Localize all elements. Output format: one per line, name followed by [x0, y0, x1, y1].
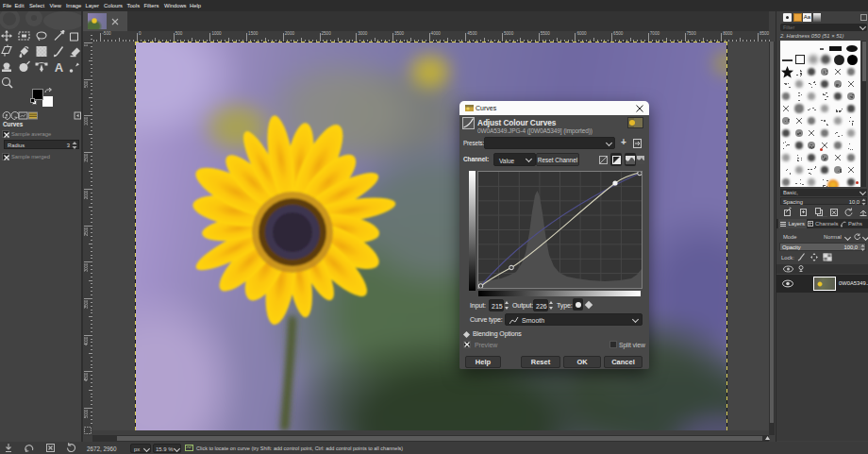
- svg-text:A: A: [55, 60, 64, 75]
